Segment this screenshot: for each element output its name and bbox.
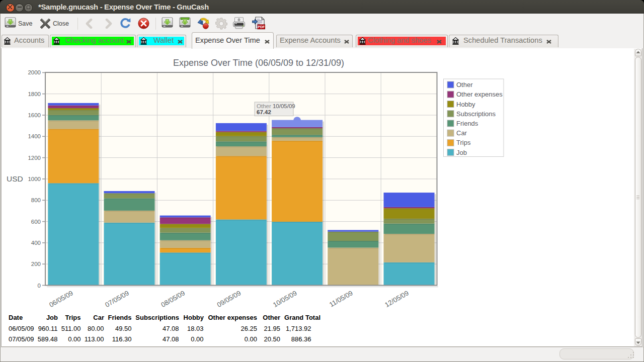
svg-text:USD: USD [7,174,23,183]
svg-text:Other 10/05/09: Other 10/05/09 [257,103,295,109]
svg-text:2000: 2000 [28,69,41,75]
svg-text:Car: Car [456,129,467,137]
svg-text:600: 600 [31,219,41,225]
svg-text:1800: 1800 [28,91,41,97]
svg-text:10/05/09: 10/05/09 [272,289,298,309]
svg-text:11/05/09: 11/05/09 [328,289,354,309]
svg-text:Subscriptions: Subscriptions [456,110,496,118]
svg-text:Friends: Friends [456,120,478,127]
svg-text:400: 400 [31,240,41,246]
svg-text:0: 0 [38,283,41,289]
svg-text:67.42: 67.42 [257,109,271,115]
svg-text:Hobby: Hobby [456,101,475,108]
svg-text:07/05/09: 07/05/09 [104,289,130,309]
svg-text:Job: Job [456,149,467,156]
svg-text:Trips: Trips [456,139,471,146]
svg-text:08/05/09: 08/05/09 [160,289,187,309]
svg-text:1400: 1400 [28,133,41,139]
svg-text:1200: 1200 [28,155,41,161]
svg-text:800: 800 [31,197,41,203]
svg-text:Other: Other [456,81,473,88]
svg-text:Other expenses: Other expenses [456,90,503,98]
svg-text:09/05/09: 09/05/09 [216,289,243,309]
svg-text:200: 200 [31,261,41,267]
svg-text:12/05/09: 12/05/09 [383,289,410,309]
svg-text:06/05/09: 06/05/09 [48,289,74,309]
svg-text:1600: 1600 [28,112,41,118]
svg-text:1000: 1000 [28,176,41,182]
svg-text:PDF: PDF [258,25,265,29]
svg-text:Expense Over Time (06/05/09 to: Expense Over Time (06/05/09 to 12/31/09) [173,58,344,68]
